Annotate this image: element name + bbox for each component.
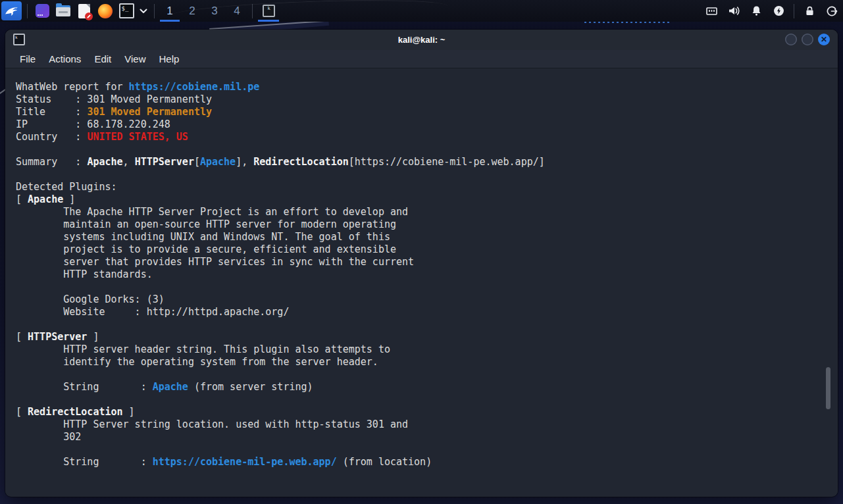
folder-icon — [56, 5, 70, 16]
terminal-line: project is to provide a secure, efficien… — [16, 243, 838, 256]
maximize-button[interactable] — [802, 34, 813, 45]
terminal-line — [16, 443, 838, 456]
terminal-output[interactable]: WhatWeb report for https://cobiene.mil.p… — [5, 68, 838, 496]
workspace-1[interactable]: 1 — [159, 0, 181, 22]
terminal-line — [16, 143, 838, 156]
lock-screen-button[interactable] — [798, 1, 821, 20]
close-button[interactable]: ✕ — [818, 34, 830, 45]
desktop: $_ 1234 k — [0, 0, 843, 504]
menu-edit[interactable]: Edit — [88, 50, 118, 68]
notifications-tray-button[interactable] — [745, 1, 767, 20]
terminal-line: Status : 301 Moved Permanently — [16, 93, 838, 106]
volume-tray-button[interactable] — [723, 1, 745, 20]
logout-icon — [826, 5, 838, 17]
taskbar-separator — [27, 4, 28, 18]
wallpaper-swoosh — [209, 20, 324, 30]
edit-badge-icon — [85, 13, 93, 20]
taskbar-separator — [252, 4, 253, 18]
workspace-switcher: 1234 — [159, 0, 248, 22]
terminal-icon: $_ — [119, 3, 134, 18]
chevron-down-icon — [140, 6, 147, 16]
file-manager-launcher[interactable] — [53, 1, 73, 20]
terminal-line: Detected Plugins: — [16, 181, 838, 193]
terminal-line — [16, 318, 838, 331]
taskbar-window-button-terminal[interactable]: k — [257, 0, 280, 22]
firefox-launcher[interactable] — [95, 1, 115, 20]
terminal-line — [16, 368, 838, 381]
terminal-line: HTTP standards. — [16, 268, 838, 281]
terminal-window-icon: k — [13, 34, 25, 45]
taskbar: $_ 1234 k — [0, 0, 843, 22]
menu-bar: FileActionsEditViewHelp — [5, 50, 838, 68]
terminal-line: systems including UNIX and Windows NT. T… — [16, 231, 838, 243]
terminal-line: server that provides HTTP services in sy… — [16, 256, 838, 268]
terminal-line: HTTP server header string. This plugin a… — [16, 343, 838, 356]
terminal-line: Website : http://httpd.apache.org/ — [16, 306, 838, 318]
terminal-line: maintain an open-source HTTP server for … — [16, 218, 838, 231]
menu-view[interactable]: View — [118, 50, 152, 68]
terminal-line — [16, 168, 838, 181]
terminal-window: k kali@kali: ~ ✕ FileActionsEditViewHelp… — [5, 30, 838, 497]
window-controls: ✕ — [785, 34, 830, 45]
terminal-line: 302 — [16, 431, 838, 443]
terminal-line: String : Apache (from server string) — [16, 381, 838, 393]
workspace-4[interactable]: 4 — [226, 0, 248, 22]
menu-file[interactable]: File — [13, 50, 42, 68]
workspace-2[interactable]: 2 — [181, 0, 203, 22]
terminal-launcher[interactable]: $_ — [116, 1, 136, 20]
lock-icon — [804, 5, 815, 16]
terminal-line: IP : 68.178.220.248 — [16, 118, 838, 131]
terminal-line: Country : UNITED STATES, US — [16, 131, 838, 143]
menu-help[interactable]: Help — [152, 50, 186, 68]
minimize-button[interactable] — [785, 34, 797, 45]
app-window-launcher[interactable] — [32, 1, 52, 20]
terminal-line: [ Apache ] — [16, 193, 838, 206]
terminal-launcher-dropdown[interactable] — [137, 1, 150, 20]
terminal-line: identify the operating system from the s… — [16, 356, 838, 368]
menu-actions[interactable]: Actions — [42, 50, 88, 68]
terminal-line — [16, 281, 838, 293]
terminal-line: String : https://cobiene-mil-pe.web.app/… — [16, 456, 838, 468]
terminal-line — [16, 393, 838, 406]
titlebar[interactable]: k kali@kali: ~ ✕ — [5, 30, 838, 50]
terminal-line: [ RedirectLocation ] — [16, 406, 838, 418]
terminal-line: WhatWeb report for https://cobiene.mil.p… — [16, 81, 838, 93]
logout-button[interactable] — [821, 1, 843, 20]
kali-menu-button[interactable] — [1, 1, 22, 20]
terminal-line: Title : 301 Moved Permanently — [16, 106, 838, 118]
firefox-icon — [98, 4, 113, 18]
terminal-icon: k — [263, 5, 275, 17]
workspace-3[interactable]: 3 — [203, 0, 226, 22]
ethernet-icon — [705, 6, 718, 16]
text-editor-launcher[interactable] — [74, 1, 94, 20]
window-title: kali@kali: ~ — [398, 35, 446, 45]
power-manager-tray-button[interactable] — [767, 1, 790, 20]
terminal-line: [ HTTPServer ] — [16, 331, 838, 343]
volume-icon — [728, 5, 740, 16]
system-tray — [700, 0, 843, 22]
network-tray-button[interactable] — [700, 1, 723, 20]
taskbar-separator — [154, 4, 155, 18]
kali-dragon-icon — [4, 3, 20, 19]
terminal-line: The Apache HTTP Server Project is an eff… — [16, 206, 838, 218]
power-manager-icon — [773, 5, 784, 16]
scrollbar-thumb[interactable] — [826, 367, 830, 409]
document-icon — [78, 4, 90, 18]
terminal-line: HTTP Server string location. used with h… — [16, 418, 838, 431]
terminal-line: Summary : Apache, HTTPServer[Apache], Re… — [16, 156, 838, 168]
bell-icon — [751, 5, 762, 16]
app-window-icon — [36, 4, 49, 18]
taskbar-separator — [794, 4, 794, 18]
terminal-line: Google Dorks: (3) — [16, 293, 838, 306]
